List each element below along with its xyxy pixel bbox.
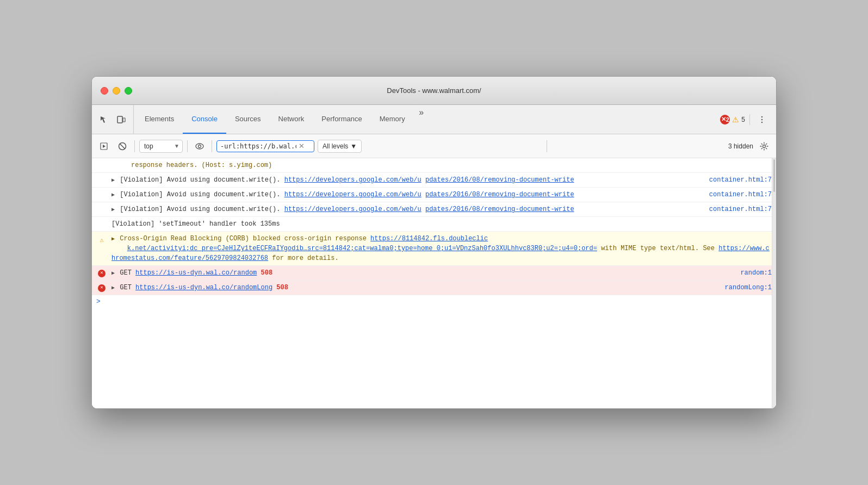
- row-content: ▶ Cross-Origin Read Blocking (CORB) bloc…: [111, 234, 772, 263]
- console-row-warning: ⚠ ▶ Cross-Origin Read Blocking (CORB) bl…: [92, 232, 776, 266]
- console-row-error: ✕ ▶ GET https://is-us-dyn.wal.co/random …: [92, 266, 776, 281]
- error-icon: ✕: [98, 284, 106, 292]
- console-output[interactable]: response headers. (Host: s.yimg.com) ▶ […: [92, 158, 776, 408]
- row-source[interactable]: randomLong:1: [721, 283, 772, 293]
- violation-link2[interactable]: pdates/2016/08/removing-document-write: [425, 206, 574, 213]
- scrollbar-thumb[interactable]: [773, 159, 775, 192]
- divider: [749, 114, 750, 125]
- toolbar-divider4: [547, 140, 547, 152]
- svg-point-10: [199, 145, 201, 147]
- filter-clear-button[interactable]: ✕: [299, 142, 305, 150]
- expand-arrow-icon[interactable]: ▶: [111, 284, 115, 292]
- row-source[interactable]: random:1: [736, 268, 772, 278]
- console-row-error: ✕ ▶ GET https://is-us-dyn.wal.co/randomL…: [92, 281, 776, 295]
- row-icon-area: [92, 190, 111, 191]
- tab-bar-right: ✕ 2 ⚠ 5: [720, 105, 776, 134]
- tab-bar: Elements Console Sources Network Perform…: [92, 105, 776, 134]
- violation-link[interactable]: https://developers.google.com/web/u: [284, 176, 421, 184]
- row-icon-area: [92, 175, 111, 177]
- filter-input-wrapper[interactable]: ✕: [216, 140, 314, 152]
- console-area: response headers. (Host: s.yimg.com) ▶ […: [92, 158, 776, 408]
- row-icon-area: [92, 204, 111, 206]
- console-row: ▶ [Violation] Avoid using document.write…: [92, 202, 776, 217]
- more-tabs-button[interactable]: »: [414, 105, 429, 120]
- row-source[interactable]: container.html:7: [705, 190, 772, 200]
- row-content: ▶ GET https://is-us-dyn.wal.co/randomLon…: [111, 283, 721, 293]
- svg-rect-1: [123, 118, 125, 122]
- corb-link2[interactable]: k.net/activityi;dc_pre=CJeHlZy1teECFRaIY…: [127, 245, 597, 252]
- window-title: DevTools - www.walmart.com/: [387, 86, 481, 95]
- tab-memory[interactable]: Memory: [371, 105, 414, 134]
- row-icon-area: ✕: [92, 268, 111, 277]
- violation-link2[interactable]: pdates/2016/08/removing-document-write: [425, 191, 574, 198]
- row-icon-area: ✕: [92, 283, 111, 292]
- warning-icon: ⚠: [732, 115, 739, 124]
- row-content: ▶ [Violation] Avoid using document.write…: [111, 175, 705, 185]
- error-url2[interactable]: https://is-us-dyn.wal.co/randomLong: [135, 284, 272, 291]
- violation-link[interactable]: https://developers.google.com/web/u: [284, 206, 421, 213]
- warning-icon: ⚠: [100, 235, 103, 245]
- close-button[interactable]: [101, 87, 108, 95]
- more-options-icon[interactable]: [754, 112, 770, 127]
- context-select[interactable]: top: [139, 140, 183, 153]
- row-icon-area: [92, 160, 111, 162]
- row-content: response headers. (Host: s.yimg.com): [111, 160, 772, 170]
- expand-arrow-icon[interactable]: ▶: [111, 206, 115, 214]
- device-toggle-icon[interactable]: [114, 112, 129, 127]
- expand-arrow-icon[interactable]: ▶: [111, 176, 115, 184]
- console-prompt[interactable]: >: [92, 295, 776, 308]
- devtools-window: DevTools - www.walmart.com/ Elements Con…: [91, 76, 777, 409]
- status-code: 508: [261, 269, 273, 277]
- eye-icon[interactable]: [192, 139, 207, 154]
- svg-point-9: [196, 144, 203, 149]
- context-selector-wrapper: top ▼: [139, 140, 183, 153]
- prompt-icon: >: [96, 297, 101, 306]
- expand-arrow-icon[interactable]: ▶: [111, 269, 115, 277]
- tab-elements[interactable]: Elements: [136, 105, 183, 134]
- row-source[interactable]: container.html:7: [705, 175, 772, 185]
- error-count: ✕ 2: [720, 115, 730, 125]
- svg-point-11: [762, 145, 765, 147]
- tab-performance[interactable]: Performance: [313, 105, 370, 134]
- levels-label: All levels: [323, 142, 348, 150]
- minimize-button[interactable]: [113, 87, 120, 95]
- hidden-count: 3 hidden: [728, 142, 753, 150]
- console-settings-button[interactable]: [757, 139, 772, 154]
- levels-arrow-icon: ▼: [350, 142, 357, 150]
- block-icon[interactable]: [115, 139, 130, 154]
- inspect-icon[interactable]: [96, 112, 111, 127]
- levels-dropdown[interactable]: All levels ▼: [318, 140, 362, 153]
- row-content: ▶ GET https://is-us-dyn.wal.co/random 50…: [111, 268, 736, 278]
- toolbar-divider3: [212, 140, 212, 152]
- svg-point-2: [761, 116, 762, 117]
- row-content: ▶ [Violation] Avoid using document.write…: [111, 204, 705, 214]
- error-url[interactable]: https://is-us-dyn.wal.co/random: [135, 269, 257, 277]
- svg-marker-6: [103, 145, 106, 148]
- corb-link1[interactable]: https://8114842.fls.doubleclic: [370, 235, 488, 242]
- tab-console[interactable]: Console: [183, 105, 226, 134]
- console-row: ▶ [Violation] Avoid using document.write…: [92, 173, 776, 188]
- violation-link2[interactable]: pdates/2016/08/removing-document-write: [425, 176, 574, 184]
- tab-network[interactable]: Network: [270, 105, 313, 134]
- svg-rect-0: [117, 116, 122, 123]
- run-script-button[interactable]: [96, 139, 111, 154]
- row-content: ▶ [Violation] Avoid using document.write…: [111, 190, 705, 200]
- maximize-button[interactable]: [125, 87, 132, 95]
- svg-point-4: [761, 121, 762, 122]
- tab-sources[interactable]: Sources: [226, 105, 270, 134]
- toolbar-divider2: [187, 140, 188, 152]
- console-row: [Violation] 'setTimeout' handler took 13…: [92, 217, 776, 232]
- traffic-lights: [101, 87, 132, 95]
- filter-input[interactable]: [220, 142, 296, 150]
- row-icon-area: ⚠: [92, 234, 111, 245]
- tab-bar-icons: [96, 105, 134, 134]
- expand-arrow-icon[interactable]: ▶: [111, 235, 115, 243]
- svg-point-3: [761, 119, 762, 120]
- console-row: ▶ [Violation] Avoid using document.write…: [92, 188, 776, 202]
- title-bar: DevTools - www.walmart.com/: [92, 77, 776, 105]
- violation-link[interactable]: https://developers.google.com/web/u: [284, 191, 421, 198]
- row-source[interactable]: container.html:7: [705, 204, 772, 214]
- status-code: 508: [276, 284, 288, 291]
- expand-arrow-icon[interactable]: ▶: [111, 191, 115, 199]
- scrollbar-track[interactable]: [772, 158, 776, 408]
